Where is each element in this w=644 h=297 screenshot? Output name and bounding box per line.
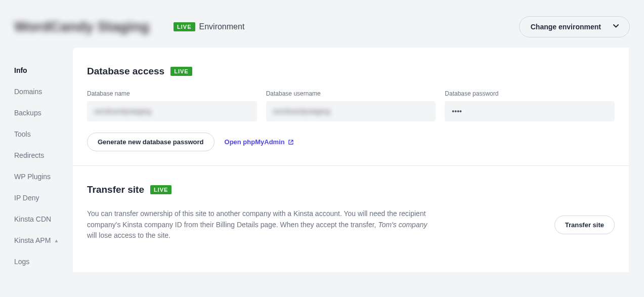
field-label: Database name (87, 90, 257, 97)
database-password-value[interactable]: •••• (445, 101, 615, 121)
sidebar-item-label: IP Deny (14, 194, 39, 202)
database-username-field: Database username wordcandystaging (266, 90, 436, 121)
rocket-icon: ▲ (54, 238, 59, 243)
open-phpmyadmin-link[interactable]: Open phpMyAdmin (225, 138, 294, 146)
database-name-value[interactable]: wordcandystaging (87, 101, 257, 121)
section-header: Database access LIVE (87, 66, 615, 77)
field-label: Database username (266, 90, 436, 97)
sidebar-item-backups[interactable]: Backups (14, 102, 73, 123)
link-label: Open phpMyAdmin (225, 138, 285, 146)
section-title: Transfer site (87, 184, 144, 195)
desc-text-2: will lose access to the site. (87, 231, 170, 239)
transfer-site-button[interactable]: Transfer site (554, 216, 615, 234)
password-mask: •••• (452, 107, 462, 115)
chevron-down-icon (613, 24, 618, 29)
company-name: Tom's company (378, 221, 427, 229)
sidebar-item-info[interactable]: Info (14, 60, 73, 81)
live-badge: LIVE (174, 22, 195, 31)
sidebar-item-redirects[interactable]: Redirects (14, 145, 73, 166)
sidebar-item-label: Info (14, 66, 27, 74)
sidebar-item-ip-deny[interactable]: IP Deny (14, 187, 73, 208)
database-name-field: Database name wordcandystaging (87, 90, 257, 121)
change-environment-label: Change environment (531, 23, 601, 31)
database-password-field: Database password •••• (445, 90, 615, 121)
sidebar-item-kinsta-cdn[interactable]: Kinsta CDN (14, 208, 73, 230)
header-left: WordCandy Staging LIVE Environment (14, 19, 244, 35)
sidebar-item-tools[interactable]: Tools (14, 123, 73, 145)
sidebar-item-label: Backups (14, 109, 41, 117)
sidebar-item-logs[interactable]: Logs (14, 251, 73, 272)
database-access-section: Database access LIVE Database name wordc… (73, 48, 629, 166)
desc-text-1: You can transfer ownership of this site … (87, 209, 426, 229)
transfer-site-section: Transfer site LIVE You can transfer owne… (73, 166, 629, 256)
environment-label: Environment (199, 22, 245, 31)
section-title: Database access (87, 66, 164, 77)
layout: Info Domains Backups Tools Redirects WP … (0, 48, 644, 272)
section-header: Transfer site LIVE (87, 184, 615, 195)
sidebar-item-kinsta-apm[interactable]: Kinsta APM ▲ (14, 230, 73, 251)
live-badge: LIVE (170, 67, 192, 76)
sidebar-item-domains[interactable]: Domains (14, 81, 73, 102)
database-username-value[interactable]: wordcandystaging (266, 101, 436, 121)
change-environment-button[interactable]: Change environment (519, 16, 630, 37)
sidebar-item-label: Logs (14, 258, 29, 266)
database-actions: Generate new database password Open phpM… (87, 133, 615, 151)
sidebar-item-wp-plugins[interactable]: WP Plugins (14, 166, 73, 187)
sidebar-item-label: Redirects (14, 151, 44, 159)
database-fields-row: Database name wordcandystaging Database … (87, 90, 615, 121)
sidebar: Info Domains Backups Tools Redirects WP … (0, 48, 73, 272)
sidebar-item-label: Kinsta APM (14, 236, 51, 244)
transfer-description: You can transfer ownership of this site … (87, 208, 431, 241)
transfer-body: You can transfer ownership of this site … (87, 208, 615, 241)
external-link-icon (288, 139, 294, 145)
sidebar-item-label: Kinsta CDN (14, 215, 51, 223)
blurred-value: wordcandystaging (94, 107, 151, 115)
main-content: Database access LIVE Database name wordc… (73, 48, 629, 272)
blurred-value: wordcandystaging (273, 107, 330, 115)
generate-password-button[interactable]: Generate new database password (87, 133, 214, 151)
sidebar-item-label: Tools (14, 130, 31, 138)
environment-indicator: LIVE Environment (174, 22, 244, 31)
page-header: WordCandy Staging LIVE Environment Chang… (0, 0, 644, 48)
sidebar-item-label: Domains (14, 88, 42, 96)
sidebar-item-label: WP Plugins (14, 173, 51, 181)
live-badge: LIVE (150, 185, 171, 194)
field-label: Database password (445, 90, 615, 97)
site-title: WordCandy Staging (14, 19, 149, 35)
